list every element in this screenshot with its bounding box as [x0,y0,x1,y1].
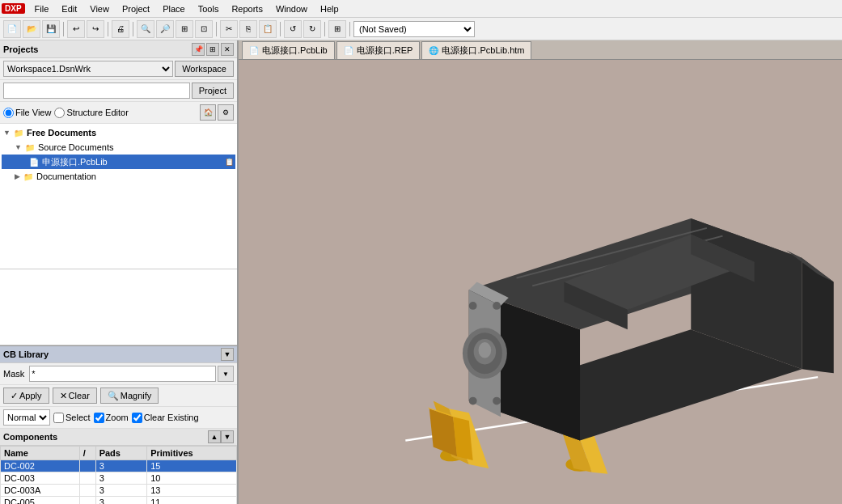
toolbar-sep-1 [63,22,64,36]
projects-close-btn[interactable]: ✕ [221,43,234,56]
clear-existing-checkbox[interactable] [132,413,142,423]
toolbar-undo-btn[interactable]: ↩ [67,20,85,38]
toolbar-workspace-combo[interactable]: (Not Saved) [353,21,475,37]
toolbar-grid-btn[interactable]: ⊞ [328,20,346,38]
menu-reports[interactable]: Reports [225,2,269,15]
components-scroll-up[interactable]: ▲ [208,430,221,443]
tab-pcblib[interactable]: 📄 电源接口.PcbLib [242,41,335,59]
tree-item-pcblib[interactable]: 📄 申源接口.PcbLib 📋 [2,155,235,169]
toolbar-print-btn[interactable]: 🖨 [112,20,129,38]
projects-expand-btn[interactable]: ⊞ [206,43,219,56]
toolbar-redo2-btn[interactable]: ↻ [303,20,321,38]
components-scroll-down[interactable]: ▼ [221,430,234,443]
cb-collapse-btn[interactable]: ▼ [221,348,234,361]
project-button[interactable]: Project [192,83,234,99]
toolbar-open-btn[interactable]: 📂 [23,20,40,38]
menu-edit[interactable]: Edit [55,2,83,15]
toolbar-sep-5 [280,22,281,36]
clear-button[interactable]: ✕ Clear [53,388,97,404]
view-icons: 🏠 ⚙ [200,104,234,121]
col-header-pads[interactable]: Pads [95,447,147,460]
menu-window[interactable]: Window [269,2,314,15]
app-logo: DXP [2,3,25,14]
canvas-area[interactable] [239,60,842,504]
table-row[interactable]: DC-003A 3 13 [1,485,237,497]
clear-icon: ✕ [60,391,67,401]
menu-project[interactable]: Project [116,2,156,15]
clear-existing-label: Clear Existing [144,413,199,422]
toolbar-save-btn[interactable]: 💾 [42,20,60,38]
mask-dropdown-btn[interactable]: ▼ [218,366,234,382]
view-icon-settings[interactable]: ⚙ [218,104,234,121]
tree-item-source-docs[interactable]: ▼ 📁 Source Documents [2,140,235,155]
menu-tools[interactable]: Tools [192,2,226,15]
cell-name: DC-003 [1,472,80,485]
clear-existing-checkbox-group: Clear Existing [132,413,199,423]
menu-place[interactable]: Place [156,2,192,15]
col-header-primitives[interactable]: Primitives [147,447,237,460]
components-table-wrapper: Name / Pads Primitives DC-002 3 15 DC-00… [0,446,237,504]
toolbar-new-btn[interactable]: 📄 [3,20,21,38]
magnify-label: Magnify [121,391,152,400]
main-layout: Projects 📌 ⊞ ✕ Workspace1.DsnWrk Workspa… [0,40,842,504]
table-row[interactable]: DC-005 3 11 [1,497,237,505]
toolbar-zoom-in-btn[interactable]: 🔍 [137,20,154,38]
options-row: Normal Select Zoom Clear Existing [0,407,237,429]
projects-title: Projects [3,44,192,54]
file-view-radio[interactable] [3,108,14,118]
search-row: Project [0,80,237,102]
toolbar-redo-btn[interactable]: ↪ [87,20,104,38]
cell-pads: 3 [95,460,147,472]
components-title: Components [3,432,208,442]
tree-label-documentation: Documentation [36,172,96,181]
menu-help[interactable]: Help [314,2,345,15]
workspace-button[interactable]: Workspace [175,61,234,77]
mask-label: Mask [3,369,24,379]
workspace-combo[interactable]: Workspace1.DsnWrk [3,61,173,77]
tab-rep[interactable]: 📄 电源接口.REP [336,41,421,59]
mode-combo[interactable]: Normal [3,409,50,426]
tab-htm[interactable]: 🌐 电源接口.PcbLib.htm [421,41,531,59]
cell-sort [79,497,95,505]
toolbar-zoom-area-btn[interactable]: ⊡ [195,20,213,38]
projects-controls: 📌 ⊞ ✕ [192,43,234,56]
component-3d-view [239,60,842,504]
view-icon-home[interactable]: 🏠 [200,104,216,121]
menu-bar: DXP File Edit View Project Place Tools R… [0,0,842,18]
col-header-sort[interactable]: / [79,447,95,460]
magnify-button[interactable]: 🔍 Magnify [100,388,159,404]
toolbar-copy-btn[interactable]: ⎘ [239,20,257,38]
folder-icon-free-docs: 📁 [12,126,25,139]
toolbar-sep-2 [108,22,108,36]
right-area: 📄 电源接口.PcbLib 📄 电源接口.REP 🌐 电源接口.PcbLib.h… [239,40,842,504]
toolbar-undo2-btn[interactable]: ↺ [284,20,302,38]
toolbar-zoom-fit-btn[interactable]: ⊞ [176,20,193,38]
cb-library-header: CB Library ▼ [0,345,237,363]
menu-file[interactable]: File [28,2,56,15]
apply-button[interactable]: ✓ Apply [3,388,49,404]
toolbar-zoom-out-btn[interactable]: 🔎 [156,20,174,38]
tree-item-free-docs[interactable]: ▼ 📁 Free Documents [2,125,235,140]
mask-input[interactable] [29,366,216,382]
pcblib-indicator: 📋 [225,158,234,166]
tree-label-source-docs: Source Documents [38,142,114,152]
menu-view[interactable]: View [83,2,116,15]
structure-editor-radio[interactable] [54,108,65,118]
clear-label: Clear [69,391,90,400]
toolbar-sep-6 [324,22,325,36]
col-header-name[interactable]: Name [1,447,80,460]
toolbar-paste-btn[interactable]: 📋 [259,20,277,38]
cell-name: DC-002 [1,460,80,472]
svg-point-23 [469,397,477,405]
table-row[interactable]: DC-003 3 10 [1,472,237,485]
zoom-checkbox[interactable] [94,413,104,423]
projects-pin-btn[interactable]: 📌 [192,43,205,56]
table-row[interactable]: DC-002 3 15 [1,460,237,472]
toolbar-cut-btn[interactable]: ✂ [220,20,238,38]
tree-item-documentation[interactable]: ▶ 📁 Documentation [2,169,235,184]
toolbar-sep-3 [133,22,133,36]
select-checkbox[interactable] [53,413,64,423]
main-toolbar: 📄 📂 💾 ↩ ↪ 🖨 🔍 🔎 ⊞ ⊡ ✂ ⎘ 📋 ↺ ↻ ⊞ (Not Sav… [0,18,842,40]
search-input[interactable] [3,83,190,99]
tab-label-0: 电源接口.PcbLib [262,44,328,57]
